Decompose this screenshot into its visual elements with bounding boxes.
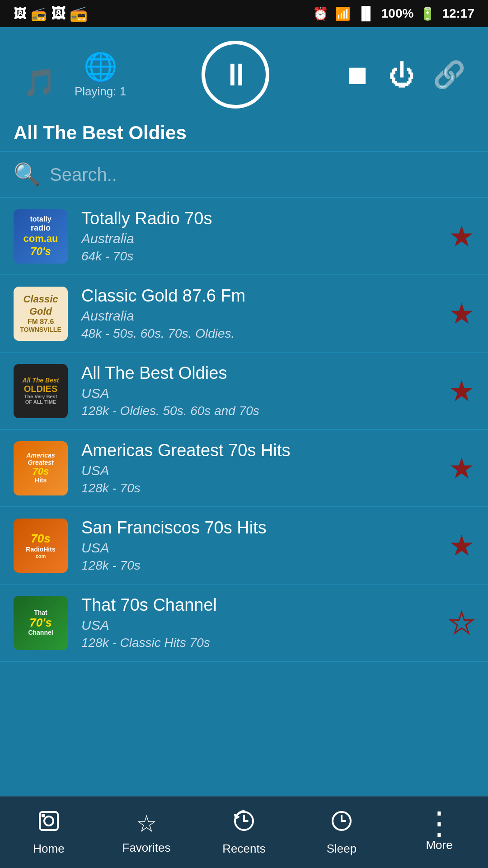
station-logo-2: Classic Gold FM 87.6 TOWNSVILLE <box>14 287 68 341</box>
status-bar: 🖼 📻 🖼 📻 ⏰ 📶 ▐▌ 100% 🔋 12:17 <box>0 0 488 27</box>
station-name-4: Americas Greatest 70s Hits <box>81 441 440 460</box>
status-left-icons: 🖼 📻 🖼 📻 <box>14 5 88 22</box>
station-name-2: Classic Gold 87.6 Fm <box>81 286 440 306</box>
station-info-3: All The Best Oldies USA 128k - Oldies. 5… <box>81 363 440 418</box>
pause-icon: ⏸ <box>221 57 250 93</box>
share-button[interactable]: 🔗 <box>433 59 465 90</box>
station-country-5: USA <box>81 540 440 556</box>
station-logo-3: All The Best OLDIES The Very Best OF ALL… <box>14 364 68 418</box>
station-logo-5: 70s RadioHits com <box>14 519 68 573</box>
station-list: totally radio com.au 70's Totally Radio … <box>0 198 488 790</box>
recents-icon <box>232 809 256 838</box>
top-left-icons: 🎵 🌐 Playing: 1 <box>23 51 126 99</box>
station-info-2: Classic Gold 87.6 Fm Australia 48k - 50s… <box>81 286 440 341</box>
svg-point-1 <box>44 816 53 826</box>
station-meta-5: 128k - 70s <box>81 558 440 573</box>
stop-button[interactable]: ⏹ <box>344 60 371 90</box>
status-right-icons: ⏰ 📶 ▐▌ 100% 🔋 12:17 <box>313 6 474 21</box>
alarm-icon: ⏰ <box>313 6 328 21</box>
top-right-icons: ⏹ ⏻ 🔗 <box>344 59 465 90</box>
bottom-navigation: Home ☆ Favorites Recents Sleep ⋮ More <box>0 796 488 868</box>
wifi-icon: 📶 <box>335 6 351 21</box>
power-button[interactable]: ⏻ <box>389 60 415 90</box>
favorite-star-1[interactable]: ★ <box>449 220 474 253</box>
nav-label-sleep: Sleep <box>327 842 357 856</box>
favorite-star-3[interactable]: ★ <box>449 374 474 408</box>
station-country-2: Australia <box>81 308 440 324</box>
station-logo-6: That 70's Channel <box>14 596 68 650</box>
search-input[interactable] <box>50 165 474 185</box>
list-item[interactable]: Classic Gold FM 87.6 TOWNSVILLE Classic … <box>0 275 488 353</box>
svg-rect-2 <box>42 814 45 817</box>
battery-icon: 🔋 <box>420 6 436 21</box>
station-name-5: San Franciscos 70s Hits <box>81 518 440 538</box>
station-country-4: USA <box>81 463 440 478</box>
playing-label: Playing: 1 <box>75 85 126 99</box>
favorite-star-5[interactable]: ★ <box>449 529 474 562</box>
station-country-3: USA <box>81 386 440 401</box>
station-logo-1: totally radio com.au 70's <box>14 209 68 264</box>
station-logo-4: Americas Greatest 70s Hits <box>14 441 68 495</box>
globe-icon[interactable]: 🌐 <box>84 51 117 83</box>
search-icon: 🔍 <box>14 162 41 187</box>
list-item[interactable]: That 70's Channel That 70s Channel USA 1… <box>0 585 488 662</box>
nav-item-favorites[interactable]: ☆ Favorites <box>98 810 195 855</box>
more-icon: ⋮ <box>423 812 455 835</box>
radio-icon: 📻 <box>31 6 47 21</box>
nav-label-home: Home <box>33 842 64 856</box>
station-meta-2: 48k - 50s. 60s. 70s. Oldies. <box>81 326 440 341</box>
now-playing-section: All The Best Oldies <box>0 113 488 152</box>
search-bar[interactable]: 🔍 <box>0 152 488 198</box>
now-playing-title: All The Best Oldies <box>14 122 187 143</box>
station-meta-6: 128k - Classic Hits 70s <box>81 636 440 650</box>
list-item[interactable]: All The Best OLDIES The Very Best OF ALL… <box>0 353 488 430</box>
nav-item-sleep[interactable]: Sleep <box>293 809 390 856</box>
favorite-star-2[interactable]: ★ <box>449 297 474 330</box>
station-name-6: That 70s Channel <box>81 595 440 615</box>
list-item[interactable]: Americas Greatest 70s Hits Americas Grea… <box>0 430 488 507</box>
home-icon <box>37 809 61 838</box>
signal-icon: ▐▌ <box>357 6 375 21</box>
station-info-1: Totally Radio 70s Australia 64k - 70s <box>81 209 440 264</box>
station-meta-4: 128k - 70s <box>81 481 440 495</box>
photo-icon: 🖼 <box>14 6 26 21</box>
favorite-star-4[interactable]: ★ <box>449 452 474 485</box>
station-info-5: San Franciscos 70s Hits USA 128k - 70s <box>81 518 440 573</box>
station-info-6: That 70s Channel USA 128k - Classic Hits… <box>81 595 440 650</box>
clock: 12:17 <box>442 6 474 21</box>
nav-item-more[interactable]: ⋮ More <box>390 812 488 852</box>
station-country-1: Australia <box>81 231 440 246</box>
station-meta-1: 64k - 70s <box>81 249 440 264</box>
favorite-star-6[interactable]: ★ <box>449 606 474 640</box>
nav-label-recents: Recents <box>222 842 265 856</box>
station-country-6: USA <box>81 618 440 633</box>
pause-button[interactable]: ⏸ <box>202 41 269 108</box>
list-item[interactable]: 70s RadioHits com San Franciscos 70s Hit… <box>0 507 488 585</box>
nav-item-recents[interactable]: Recents <box>195 809 293 856</box>
nav-label-favorites: Favorites <box>122 841 171 855</box>
music-icon[interactable]: 🎵 <box>23 66 56 99</box>
station-info-4: Americas Greatest 70s Hits USA 128k - 70… <box>81 441 440 495</box>
battery-level: 100% <box>381 6 414 21</box>
nav-label-more: More <box>426 838 452 852</box>
station-meta-3: 128k - Oldies. 50s. 60s and 70s <box>81 404 440 418</box>
nav-item-home[interactable]: Home <box>0 809 98 856</box>
favorites-icon: ☆ <box>136 810 157 837</box>
status-number: 🖼 📻 <box>51 5 88 22</box>
sleep-icon <box>330 809 353 838</box>
globe-container: 🌐 Playing: 1 <box>75 51 126 99</box>
list-item[interactable]: totally radio com.au 70's Totally Radio … <box>0 198 488 275</box>
station-name-1: Totally Radio 70s <box>81 209 440 228</box>
top-controls: 🎵 🌐 Playing: 1 ⏸ ⏹ ⏻ 🔗 <box>0 27 488 113</box>
station-name-3: All The Best Oldies <box>81 363 440 383</box>
